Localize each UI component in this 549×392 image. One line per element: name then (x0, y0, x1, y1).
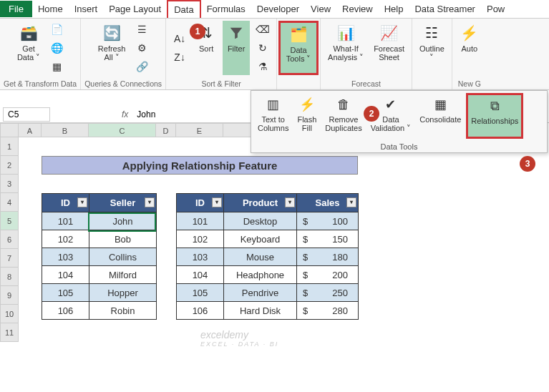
table-row[interactable]: 103Collins (42, 248, 157, 266)
filter-dropdown-icon[interactable]: ▾ (285, 197, 295, 207)
row-header[interactable]: 1 (0, 137, 19, 156)
table-row[interactable]: 105Hopper (42, 284, 157, 302)
table-row[interactable]: 106Robin (42, 302, 157, 320)
fx-icon[interactable]: fx (122, 109, 128, 119)
from-text-button[interactable]: 📄 (47, 21, 67, 38)
group-new: ⚡ Auto New G (452, 19, 487, 89)
tab-data[interactable]: Data (167, 0, 200, 18)
tab-page-layout[interactable]: Page Layout (103, 1, 167, 17)
callout-3: 3 (520, 156, 535, 172)
table-header[interactable]: ID▾ (42, 194, 89, 212)
tab-view[interactable]: View (305, 1, 336, 17)
table-row[interactable]: 103Mouse$180 (177, 248, 359, 266)
tab-data-streamer[interactable]: Data Streamer (409, 1, 481, 17)
group-get-transform: 🗃️ Get Data ˅ 📄 🌐 ▦ Get & Transform Data (0, 19, 81, 89)
consolidate-button[interactable]: ▦ Consolidate (416, 93, 465, 139)
filter-dropdown-icon[interactable]: ▾ (77, 197, 87, 207)
forecast-sheet-button[interactable]: 📈 Forecast Sheet (370, 21, 408, 75)
formula-input[interactable] (132, 108, 248, 121)
table-row[interactable]: 102Bob (42, 230, 157, 248)
select-all-cell[interactable] (0, 123, 19, 137)
clear-filter-button[interactable]: ⌫ (253, 21, 273, 38)
text-to-columns-button[interactable]: ▥ Text to Columns (254, 93, 292, 139)
table-header[interactable]: ID▾ (177, 194, 224, 212)
from-table-button[interactable]: ▦ (47, 58, 67, 75)
col-header[interactable]: C (89, 123, 156, 137)
col-header[interactable]: D (156, 123, 176, 137)
row-header[interactable]: 10 (0, 305, 19, 323)
filter-button[interactable]: Filter (223, 21, 250, 75)
row-header[interactable]: 2 (0, 156, 19, 175)
filter-icon (226, 23, 246, 43)
outline-button[interactable]: ☷ Outline ˅ (416, 21, 448, 75)
remove-duplicates-button[interactable]: 🗑 Remove Duplicates (321, 93, 365, 139)
sort-asc-icon: A↓ (173, 32, 186, 45)
row-header[interactable]: 6 (0, 230, 19, 249)
row-header[interactable]: 3 (0, 175, 19, 193)
table-header[interactable]: Product▾ (224, 194, 297, 212)
row-header[interactable]: 11 (0, 323, 19, 342)
tab-formulas[interactable]: Formulas (201, 1, 251, 17)
outline-icon: ☷ (422, 23, 442, 43)
remove-dup-icon: 🗑 (334, 95, 353, 114)
col-header[interactable]: A (19, 123, 42, 137)
flash-fill-button[interactable]: ⚡ Flash Fill (293, 93, 320, 139)
table-row[interactable]: 104Milford (42, 266, 157, 284)
col-header[interactable]: B (42, 123, 89, 137)
queries-button[interactable]: ☰ (132, 21, 152, 38)
auto-button[interactable]: ⚡ Auto (456, 21, 483, 75)
sort-desc-icon: Z↓ (173, 51, 186, 64)
group-label (431, 78, 433, 89)
table-header[interactable]: Seller▾ (89, 194, 157, 212)
tab-developer[interactable]: Developer (251, 1, 305, 17)
table-1: ID▾Seller▾101John102Bob103Collins104Milf… (42, 193, 157, 320)
table-header[interactable]: Sales▾ (297, 194, 359, 212)
reapply-icon: ↻ (256, 41, 269, 54)
table-row[interactable]: 101John (42, 212, 157, 230)
group-label: Sort & Filter (201, 78, 241, 89)
filter-dropdown-icon[interactable]: ▾ (212, 197, 222, 207)
tab-power[interactable]: Pow (481, 1, 510, 17)
tab-home[interactable]: Home (32, 1, 69, 17)
sort-desc-button[interactable]: Z↓ (170, 49, 190, 66)
row-header[interactable]: 4 (0, 193, 19, 212)
group-label (298, 78, 300, 89)
table-row[interactable]: 102Keyboard$150 (177, 230, 359, 248)
sort-asc-button[interactable]: A↓ (170, 30, 190, 47)
data-tools-dropdown: ▥ Text to Columns ⚡ Flash Fill 🗑 Remove … (251, 90, 548, 153)
relationships-button[interactable]: ⧉ Relationships (466, 93, 523, 139)
tab-help[interactable]: Help (379, 1, 409, 17)
refresh-icon: 🔄 (102, 23, 122, 43)
row-header[interactable]: 5 (0, 212, 19, 230)
col-header[interactable]: E (176, 123, 223, 137)
row-header[interactable]: 9 (0, 286, 19, 305)
whatif-button[interactable]: 📊 What-If Analysis ˅ (324, 21, 367, 75)
reapply-button[interactable]: ↻ (253, 39, 273, 57)
tab-review[interactable]: Review (336, 1, 379, 17)
conn-icon: ☰ (135, 23, 148, 36)
data-tools-button[interactable]: 🗂️ Data Tools ˅ (278, 21, 319, 75)
row-header[interactable]: 7 (0, 249, 19, 268)
name-box[interactable] (3, 107, 50, 122)
link-icon: 🔗 (135, 60, 148, 73)
tab-insert[interactable]: Insert (69, 1, 104, 17)
data-tools-icon: 🗂️ (288, 24, 308, 44)
get-data-button[interactable]: 🗃️ Get Data ˅ (14, 21, 44, 75)
table-row[interactable]: 106Hard Disk$280 (177, 302, 359, 320)
properties-button[interactable]: ⚙ (132, 39, 152, 57)
tab-file[interactable]: File (0, 1, 32, 17)
from-web-button[interactable]: 🌐 (47, 39, 67, 57)
row-header[interactable]: 8 (0, 268, 19, 286)
ribbon-tabs: File Home Insert Page Layout Data Formul… (0, 0, 549, 19)
refresh-all-button[interactable]: 🔄 Refresh All ˅ (94, 21, 130, 75)
group-sort-filter: A↓ Z↓ ⇅ Sort Filter ⌫ ↻ ⚗ Sort & Filter (166, 19, 277, 89)
filter-dropdown-icon[interactable]: ▾ (145, 197, 155, 207)
table-row[interactable]: 101Desktop$100 (177, 212, 359, 230)
filter-dropdown-icon[interactable]: ▾ (346, 197, 356, 207)
table-row[interactable]: 105Pendrive$250 (177, 284, 359, 302)
edit-links-button[interactable]: 🔗 (132, 58, 152, 75)
callout-1: 1 (190, 24, 205, 39)
table-row[interactable]: 104Headphone$200 (177, 266, 359, 284)
web-icon: 🌐 (50, 41, 63, 54)
advanced-button[interactable]: ⚗ (253, 58, 273, 75)
